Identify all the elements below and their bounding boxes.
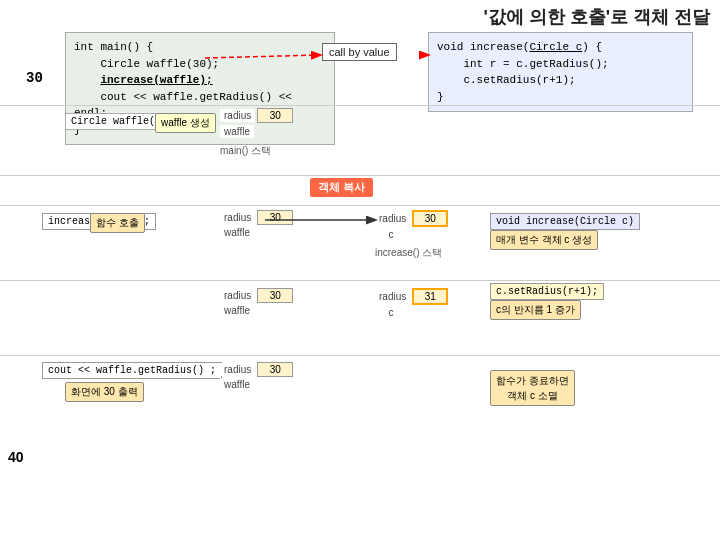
divider-4 xyxy=(0,280,720,281)
page: '값에 의한 호출'로 객체 전달 30 int main() { Circle… xyxy=(0,0,720,540)
radius-label-s1: radius xyxy=(220,109,255,122)
s3-c-frame-row: radius 31 xyxy=(375,288,448,305)
void-increase-text: void increase(Circle c) xyxy=(496,216,634,227)
page-title: '값에 의한 호출'로 객체 전달 xyxy=(483,5,710,29)
circle-c-highlight: Circle c xyxy=(529,41,582,53)
s4-radius-label: radius xyxy=(220,363,255,376)
divider-3 xyxy=(0,205,720,206)
s4-waffle-label: waffle xyxy=(220,378,254,391)
divider-1 xyxy=(0,105,720,106)
main-stack-s2: radius 30 waffle xyxy=(220,210,293,239)
increase-stack-s2: radius 30 c increase() 스택 xyxy=(375,210,448,241)
s3-main-frame-row: radius 30 xyxy=(220,288,293,303)
output-annotation: 화면에 30 출력 xyxy=(65,382,144,402)
call-by-value-box: call by value xyxy=(322,43,397,61)
increase-stack-label: increase() 스택 xyxy=(375,246,442,260)
call-by-value-label: call by value xyxy=(329,46,390,58)
increase-code-block: void increase(Circle c) { int r = c.getR… xyxy=(428,32,693,112)
s4-radius-value: 30 xyxy=(257,362,293,377)
s3-radius-label: radius xyxy=(220,289,255,302)
code-line-3: increase(waffle); xyxy=(74,72,326,89)
setradius-label: c의 반지름 1 증가 xyxy=(496,304,575,315)
waffle-frame-row: waffle xyxy=(220,125,293,138)
right-code-line-1: void increase(Circle c) { xyxy=(437,39,684,56)
divider-5 xyxy=(0,355,720,356)
func-call-annotation: 함수 호출 xyxy=(90,213,145,233)
right-code-line-2: int r = c.getRadius(); xyxy=(437,56,684,73)
s3-radius-value: 30 xyxy=(257,288,293,303)
increase-stack-s3: radius 31 c xyxy=(375,288,448,319)
divider-2 xyxy=(0,175,720,176)
line-num-40: 40 xyxy=(8,449,24,465)
s2-radius-value: 30 xyxy=(257,210,293,225)
param-label: 매개 변수 객체 c 생성 xyxy=(496,234,592,245)
s2-c-frame-row: radius 30 xyxy=(375,210,448,227)
code-line-1: int main() { xyxy=(74,39,326,56)
param-annotation: 매개 변수 객체 c 생성 xyxy=(490,230,598,250)
s4-waffle-row: waffle xyxy=(220,378,293,391)
main-stack-s3: radius 30 waffle xyxy=(220,288,293,317)
s2-radius-c-label: radius xyxy=(375,212,410,225)
code-line-2: Circle waffle(30); xyxy=(74,56,326,73)
waffle-annotation: waffle 생성 xyxy=(155,113,216,133)
end-label: 함수가 종료하면객체 c 소멸 xyxy=(496,375,569,401)
cout-code-text: cout << waffle.getRadius() ; xyxy=(48,365,216,376)
s3-radius-c-value: 31 xyxy=(412,288,448,305)
waffle-label-s1: waffle xyxy=(220,125,254,138)
s2-waffle-label: waffle xyxy=(220,226,254,239)
right-code-line-3: c.setRadius(r+1); xyxy=(437,72,684,89)
main-stack-label: main() 스택 xyxy=(220,144,271,158)
line-number-30: 30 xyxy=(26,68,43,89)
s3-radius-c-label: radius xyxy=(375,290,410,303)
s2-main-frame-row: radius 30 xyxy=(220,210,293,225)
cout-code-box: cout << waffle.getRadius() ; xyxy=(42,362,222,379)
s2-c-row: c xyxy=(375,228,448,241)
s3-c-label: c xyxy=(375,306,407,319)
s3-c-row: c xyxy=(375,306,448,319)
main-frame-row: radius 30 xyxy=(220,108,293,123)
main-stack-area: radius 30 waffle main() 스택 xyxy=(220,108,293,138)
void-increase-box: void increase(Circle c) xyxy=(490,213,640,230)
right-code-line-4: } xyxy=(437,89,684,106)
radius-value-s1: 30 xyxy=(257,108,293,123)
s3-waffle-label: waffle xyxy=(220,304,254,317)
s2-radius-c-value: 30 xyxy=(412,210,448,227)
s4-main-frame-row: radius 30 xyxy=(220,362,293,377)
highlight-increase: increase(waffle); xyxy=(100,74,212,86)
end-annotation: 함수가 종료하면객체 c 소멸 xyxy=(490,370,575,406)
copy-label: 객체 복사 xyxy=(310,178,373,197)
s2-radius-label: radius xyxy=(220,211,255,224)
s3-waffle-row: waffle xyxy=(220,304,293,317)
setradius-box: c.setRadius(r+1); xyxy=(490,283,604,300)
setradius-annotation: c의 반지름 1 증가 xyxy=(490,300,581,320)
setradius-text: c.setRadius(r+1); xyxy=(496,286,598,297)
waffle-ann-text: waffle 생성 xyxy=(161,117,210,128)
output-label: 화면에 30 출력 xyxy=(71,386,138,397)
s2-c-label: c xyxy=(375,228,407,241)
s2-waffle-row: waffle xyxy=(220,226,293,239)
func-call-text: 함수 호출 xyxy=(96,217,139,228)
main-stack-s4: radius 30 waffle xyxy=(220,362,293,391)
